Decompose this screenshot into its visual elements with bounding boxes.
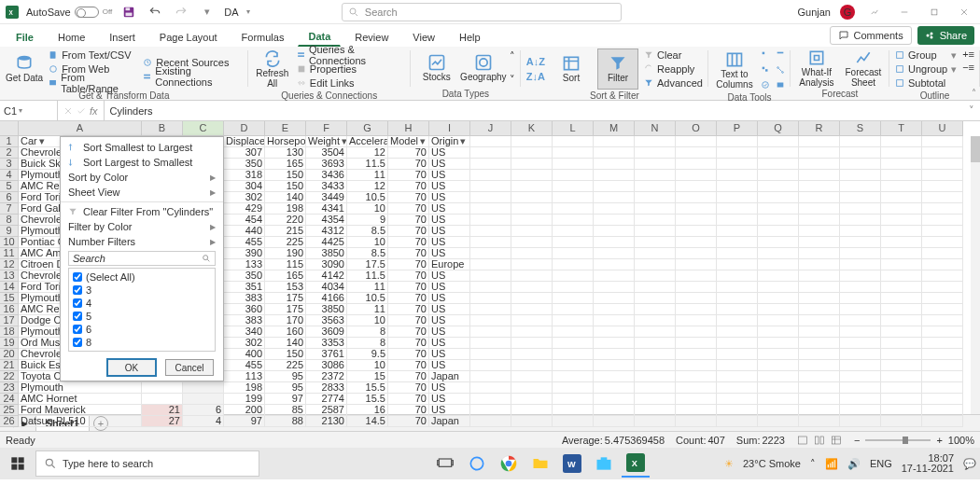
cell-E19[interactable]: 140 — [265, 338, 306, 349]
empty-cell[interactable] — [594, 215, 635, 226]
empty-cell[interactable] — [470, 192, 511, 203]
filter-option[interactable]: 8 — [73, 336, 211, 349]
filter-option[interactable]: (Blanks) — [73, 349, 211, 352]
empty-cell[interactable] — [758, 147, 799, 159]
filter-option[interactable]: 6 — [73, 323, 211, 336]
column-header-O[interactable]: O — [676, 121, 717, 136]
page-break-view-icon[interactable] — [830, 435, 843, 446]
spreadsheet-grid[interactable]: ABCDEFGHIJKLMNOPQRSTU1Car▾MPG▾Cylinde▾Di… — [0, 121, 980, 414]
empty-cell[interactable] — [594, 293, 635, 304]
empty-cell[interactable] — [922, 394, 963, 405]
word-button[interactable]: W — [558, 450, 586, 478]
empty-cell[interactable] — [922, 226, 963, 237]
cell-D22[interactable]: 113 — [224, 371, 265, 382]
empty-cell[interactable] — [922, 405, 963, 416]
zoom-value[interactable]: 100% — [948, 435, 974, 446]
cell-I9[interactable]: US — [429, 226, 470, 237]
empty-cell[interactable] — [922, 338, 963, 349]
cell-I2[interactable]: US — [429, 147, 470, 159]
sort-asc-button[interactable]: A↓Z — [526, 55, 545, 68]
empty-cell[interactable] — [635, 159, 676, 170]
column-header-H[interactable]: H — [388, 121, 429, 136]
empty-cell[interactable] — [511, 159, 553, 170]
cell-E20[interactable]: 150 — [265, 349, 306, 360]
cell-I16[interactable]: US — [429, 304, 470, 315]
empty-cell[interactable] — [470, 282, 511, 293]
cell-H11[interactable]: 70 — [388, 248, 429, 259]
filter-checkbox[interactable] — [73, 298, 82, 308]
cell-F8[interactable]: 4354 — [306, 215, 347, 226]
empty-cell[interactable] — [676, 282, 717, 293]
filter-checkbox[interactable] — [73, 325, 82, 334]
empty-cell[interactable] — [881, 326, 922, 338]
empty-cell[interactable] — [676, 338, 717, 349]
empty-cell[interactable] — [635, 270, 676, 282]
empty-cell[interactable] — [676, 326, 717, 338]
empty-cell[interactable] — [881, 237, 922, 248]
column-header-T[interactable]: T — [881, 121, 922, 136]
cell-I23[interactable]: US — [429, 382, 470, 394]
cell-E23[interactable]: 95 — [265, 382, 306, 394]
empty-cell[interactable] — [840, 326, 881, 338]
empty-cell[interactable] — [676, 181, 717, 192]
empty-cell[interactable] — [676, 203, 717, 215]
empty-cell[interactable] — [758, 394, 799, 405]
comments-button[interactable]: Comments — [830, 26, 911, 45]
cell-H2[interactable]: 70 — [388, 147, 429, 159]
cell-I10[interactable]: US — [429, 237, 470, 248]
empty-cell[interactable] — [758, 405, 799, 416]
empty-cell[interactable] — [511, 405, 553, 416]
empty-cell[interactable] — [635, 371, 676, 382]
cell-F5[interactable]: 3433 — [306, 181, 347, 192]
empty-cell[interactable] — [840, 282, 881, 293]
filter-search[interactable]: Search — [68, 251, 216, 266]
empty-cell[interactable] — [758, 304, 799, 315]
empty-cell[interactable] — [799, 159, 840, 170]
empty-cell[interactable] — [511, 270, 553, 282]
cell-E5[interactable]: 150 — [265, 181, 306, 192]
cell-D24[interactable]: 199 — [224, 394, 265, 405]
empty-cell[interactable] — [758, 382, 799, 394]
cell-C25[interactable]: 6 — [183, 405, 224, 416]
filter-caret-icon[interactable]: ▾ — [340, 136, 347, 146]
empty-cell[interactable] — [553, 181, 594, 192]
cell-D9[interactable]: 440 — [224, 226, 265, 237]
from-text-csv-button[interactable]: From Text/CSV — [49, 48, 137, 62]
empty-cell[interactable] — [511, 338, 553, 349]
empty-cell[interactable] — [840, 192, 881, 203]
cell-H25[interactable]: 70 — [388, 405, 429, 416]
from-table-range-button[interactable]: From Table/Range — [49, 76, 137, 90]
empty-cell[interactable] — [676, 416, 717, 427]
chrome-button[interactable] — [495, 450, 523, 478]
what-if-button[interactable]: What-If Analysis — [796, 48, 837, 88]
cell-E4[interactable]: 150 — [265, 170, 306, 181]
cell-H10[interactable]: 70 — [388, 237, 429, 248]
empty-cell[interactable] — [470, 394, 511, 405]
empty-cell[interactable] — [594, 416, 635, 427]
empty-cell[interactable] — [511, 192, 553, 203]
cell-G26[interactable]: 14.5 — [347, 416, 388, 427]
empty-cell[interactable] — [717, 338, 758, 349]
cell-H9[interactable]: 70 — [388, 226, 429, 237]
cell-I6[interactable]: US — [429, 192, 470, 203]
empty-cell[interactable] — [553, 226, 594, 237]
tab-insert[interactable]: Insert — [99, 27, 146, 47]
empty-cell[interactable] — [758, 226, 799, 237]
cell-H16[interactable]: 70 — [388, 304, 429, 315]
cell-G13[interactable]: 11.5 — [347, 270, 388, 282]
empty-cell[interactable] — [881, 226, 922, 237]
cell-I1[interactable]: Origin▾ — [429, 136, 470, 147]
cell-H12[interactable]: 70 — [388, 259, 429, 270]
column-header-C[interactable]: C — [183, 121, 224, 136]
cell-I13[interactable]: US — [429, 270, 470, 282]
cell-D2[interactable]: 307 — [224, 147, 265, 159]
empty-cell[interactable] — [594, 248, 635, 259]
cell-E9[interactable]: 215 — [265, 226, 306, 237]
cell-C23[interactable] — [183, 382, 224, 394]
empty-cell[interactable] — [470, 170, 511, 181]
empty-cell[interactable] — [635, 326, 676, 338]
advanced-filter-button[interactable]: Advanced — [644, 76, 703, 90]
cell-H13[interactable]: 70 — [388, 270, 429, 282]
empty-cell[interactable] — [553, 394, 594, 405]
cell-G19[interactable]: 8 — [347, 338, 388, 349]
